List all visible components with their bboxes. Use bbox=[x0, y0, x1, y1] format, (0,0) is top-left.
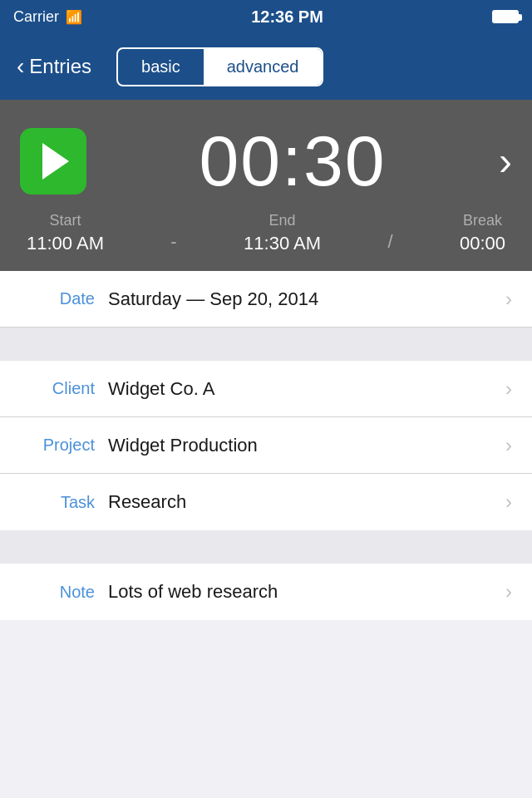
note-chevron-icon: › bbox=[505, 580, 512, 603]
timer-display: 00:30 bbox=[103, 120, 482, 202]
break-label: Break bbox=[460, 212, 505, 229]
start-col: Start 11:00 AM bbox=[27, 212, 104, 254]
end-col: End 11:30 AM bbox=[244, 212, 321, 254]
note-section: Note Lots of web research › bbox=[0, 564, 532, 620]
section-divider-2 bbox=[0, 530, 532, 564]
status-time: 12:36 PM bbox=[251, 7, 323, 27]
note-field-label: Note bbox=[20, 583, 95, 602]
break-separator: / bbox=[387, 231, 392, 254]
client-chevron-icon: › bbox=[505, 377, 512, 401]
client-project-task-section: Client Widget Co. A › Project Widget Pro… bbox=[0, 361, 532, 530]
timer-next-icon[interactable]: › bbox=[499, 138, 512, 184]
client-field-value: Widget Co. A bbox=[108, 378, 505, 400]
time-details: Start 11:00 AM - End 11:30 AM / Break 00… bbox=[20, 212, 512, 254]
date-field-label: Date bbox=[20, 289, 95, 308]
date-field-value: Saturday — Sep 20, 2014 bbox=[108, 288, 505, 310]
note-field-value: Lots of web research bbox=[108, 581, 505, 603]
back-label: Entries bbox=[29, 55, 91, 78]
client-field-label: Client bbox=[20, 379, 95, 398]
break-value: 00:00 bbox=[460, 233, 505, 254]
carrier-label: Carrier bbox=[13, 8, 59, 26]
date-row[interactable]: Date Saturday — Sep 20, 2014 › bbox=[0, 271, 532, 328]
back-button[interactable]: ‹ Entries bbox=[17, 55, 91, 78]
back-chevron-icon: ‹ bbox=[17, 55, 24, 78]
segmented-control: basic advanced bbox=[116, 47, 323, 86]
status-bar: Carrier 📶 12:36 PM bbox=[0, 0, 532, 33]
nav-bar: ‹ Entries basic advanced bbox=[0, 33, 532, 100]
task-field-value: Research bbox=[108, 491, 505, 513]
section-divider-1 bbox=[0, 328, 532, 361]
start-label: Start bbox=[27, 212, 104, 229]
battery-icon bbox=[492, 10, 519, 23]
timer-section: 00:30 › Start 11:00 AM - End 11:30 AM / … bbox=[0, 100, 532, 271]
note-row[interactable]: Note Lots of web research › bbox=[0, 564, 532, 620]
time-separator: - bbox=[170, 231, 176, 254]
status-battery bbox=[492, 10, 519, 23]
timer-row: 00:30 › bbox=[20, 120, 512, 202]
end-label: End bbox=[244, 212, 321, 229]
project-field-value: Widget Production bbox=[108, 435, 505, 456]
break-col: Break 00:00 bbox=[460, 212, 505, 254]
task-field-label: Task bbox=[20, 493, 95, 512]
seg-basic-button[interactable]: basic bbox=[118, 49, 204, 85]
start-value: 11:00 AM bbox=[27, 233, 104, 254]
play-icon bbox=[42, 143, 69, 180]
project-row[interactable]: Project Widget Production › bbox=[0, 417, 532, 474]
seg-advanced-button[interactable]: advanced bbox=[204, 49, 323, 85]
date-chevron-icon: › bbox=[505, 288, 512, 311]
play-button[interactable] bbox=[20, 128, 86, 195]
wifi-icon: 📶 bbox=[66, 9, 82, 25]
task-chevron-icon: › bbox=[505, 490, 512, 514]
task-row[interactable]: Task Research › bbox=[0, 474, 532, 530]
end-value: 11:30 AM bbox=[244, 233, 321, 254]
project-chevron-icon: › bbox=[505, 434, 512, 457]
project-field-label: Project bbox=[20, 436, 95, 455]
status-carrier: Carrier 📶 bbox=[13, 8, 82, 26]
client-row[interactable]: Client Widget Co. A › bbox=[0, 361, 532, 417]
